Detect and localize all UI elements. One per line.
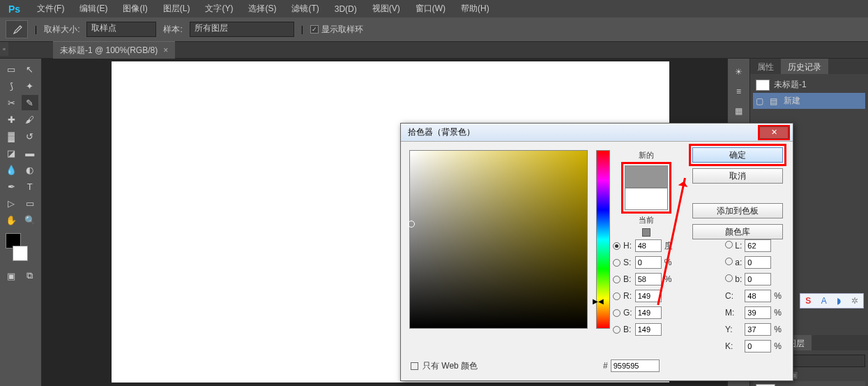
collapse-strip-icon[interactable]: « [0,42,8,56]
stamp-tool[interactable]: ▓ [3,128,20,144]
new-color-label: 新的 [639,150,654,161]
menu-help[interactable]: 帮助(H) [454,0,496,17]
magic-wand-tool[interactable]: ✦ [22,78,39,94]
ime-a-icon[interactable]: A [821,296,827,306]
menu-window[interactable]: 窗口(W) [409,0,452,17]
history-brush-tool[interactable]: ↺ [22,128,39,144]
zoom-tool[interactable]: 🔍 [22,212,39,228]
sample-size-label: 取样大小: [44,24,79,36]
menu-file[interactable]: 文件(F) [30,0,71,17]
document-tab-bar: 未标题-1 @ 100%(RGB/8) × [0,42,868,59]
new-color-swatch[interactable] [625,165,668,188]
input-bb[interactable] [635,323,662,336]
menu-edit[interactable]: 编辑(E) [73,0,114,17]
current-color-swatch[interactable] [625,188,668,210]
radio-a[interactable] [725,258,733,265]
radio-b[interactable] [613,276,620,283]
sample-select[interactable]: 所有图层 [190,22,294,37]
ok-button[interactable]: 确定 [692,147,783,163]
styles-panel-icon[interactable]: ≡ [731,84,747,99]
ime-tray[interactable]: S A ◗ ✲ [800,293,864,309]
radio-h[interactable] [613,242,620,250]
web-only-label: 只有 Web 颜色 [422,360,478,372]
websafe-warn-icon[interactable] [642,228,650,237]
radio-s[interactable] [613,259,620,267]
radio-bb[interactable] [613,326,620,334]
input-lb[interactable] [745,273,771,285]
input-bv[interactable] [635,273,662,285]
hex-prefix: # [603,361,608,371]
menu-layer[interactable]: 图层(L) [156,0,197,17]
hand-tool[interactable]: ✋ [3,212,20,228]
fg-bg-swatches[interactable] [6,233,33,261]
menu-select[interactable]: 选择(S) [241,0,283,17]
input-y[interactable] [745,323,771,336]
ime-moon-icon[interactable]: ◗ [837,296,841,306]
cancel-button[interactable]: 取消 [692,168,783,184]
pen-tool[interactable]: ✒ [3,179,20,194]
menu-type[interactable]: 文字(Y) [198,0,240,17]
input-g[interactable] [635,306,662,319]
input-c[interactable] [745,290,771,302]
background-swatch[interactable] [13,246,28,261]
menu-image[interactable]: 图像(I) [116,0,154,17]
gradient-tool[interactable]: ▬ [22,145,39,161]
sample-size-select[interactable]: 取样点 [86,22,156,37]
input-l[interactable] [745,239,771,252]
ps-logo: Ps [6,3,29,15]
screenmode-tool[interactable]: ⧉ [22,268,39,283]
menubar: Ps 文件(F) 编辑(E) 图像(I) 图层(L) 文字(Y) 选择(S) 滤… [0,0,868,17]
swatches-panel-icon[interactable]: ▦ [731,103,747,119]
ime-gear-icon[interactable]: ✲ [851,296,858,306]
lab-cmyk-inputs: L: a: b: C:% M:% Y:% K:% [725,239,782,352]
history-snapshot[interactable]: 未标题-1 [753,77,865,93]
document-tab[interactable]: 未标题-1 @ 100%(RGB/8) × [53,41,175,59]
web-only-checkbox[interactable] [411,362,418,370]
current-tool-icon[interactable] [6,20,28,38]
page-icon: ▤ [770,96,779,106]
input-m[interactable] [745,306,771,319]
input-h[interactable] [635,239,662,252]
history-tab[interactable]: 历史记录 [781,59,828,74]
healing-tool[interactable]: ✚ [3,112,20,127]
menu-view[interactable]: 视图(V) [365,0,407,17]
history-step[interactable]: ▢ ▤ 新建 [753,93,865,109]
radio-r[interactable] [613,292,620,300]
hue-cursor-icon: ▶◀ [593,297,604,305]
layer-row-bg[interactable]: 背景 [753,381,865,386]
radio-l[interactable] [725,241,733,248]
marquee-tool[interactable]: ▭ [3,61,20,77]
menu-filter[interactable]: 滤镜(T) [284,0,326,17]
color-field[interactable] [409,150,588,329]
tab-close-icon[interactable]: × [163,45,168,55]
color-libraries-button[interactable]: 颜色库 [692,224,783,239]
crop-tool[interactable]: ✂ [3,95,20,110]
eraser-tool[interactable]: ◪ [3,145,20,161]
hue-slider[interactable]: ▶◀ [596,150,610,329]
type-tool[interactable]: T [22,179,39,194]
radio-g[interactable] [613,309,620,317]
properties-tab[interactable]: 属性 [750,59,781,74]
brush-tool[interactable]: 🖌 [22,112,39,127]
menu-3d[interactable]: 3D(D) [328,1,364,17]
move-tool[interactable]: ↖ [22,61,39,77]
input-a[interactable] [745,256,771,269]
dodge-tool[interactable]: ◐ [22,162,39,177]
quickmask-tool[interactable]: ▣ [3,268,20,283]
adjustments-panel-icon[interactable]: ☀ [731,64,747,80]
show-sampling-ring[interactable]: ✓ 显示取样环 [310,24,363,36]
path-select-tool[interactable]: ▷ [3,195,20,211]
blur-tool[interactable]: 💧 [3,162,20,177]
input-s[interactable] [635,256,662,269]
input-k[interactable] [745,340,771,352]
dialog-close-button[interactable]: ✕ [759,126,789,139]
hex-input[interactable] [611,359,660,372]
dialog-titlebar[interactable]: 拾色器（背景色） ✕ [401,124,793,142]
eyedropper-tool[interactable]: ✎ [22,95,39,110]
add-swatch-button[interactable]: 添加到色板 [692,203,783,218]
document-tab-title: 未标题-1 @ 100%(RGB/8) [60,45,158,57]
lasso-tool[interactable]: ⟆ [3,78,20,94]
ime-s-icon[interactable]: S [805,296,811,306]
radio-lb[interactable] [725,274,733,282]
shape-tool[interactable]: ▭ [22,195,39,211]
